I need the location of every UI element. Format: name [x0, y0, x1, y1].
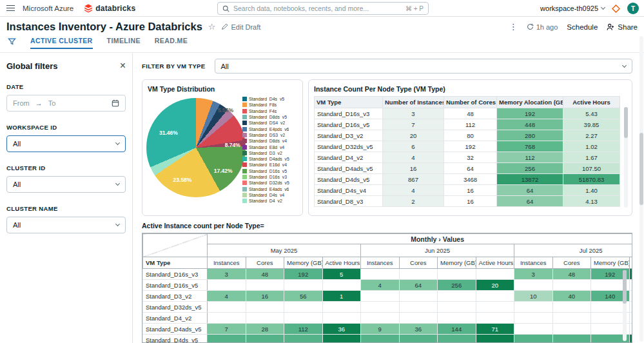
search-input[interactable]: Search data, notebooks, recents, and mor…: [217, 2, 429, 15]
legend-item[interactable]: Standard_D4s_v4: [242, 192, 299, 198]
table-row: Standard_D16s_v33481925.43: [315, 108, 620, 119]
date-to-placeholder: To: [48, 99, 56, 107]
monthly-table: Monthly › ValuesMay 2025Jun 2025Jul 2025…: [142, 233, 632, 343]
legend-item[interactable]: Standard_E8d_v4: [242, 144, 299, 150]
column-header[interactable]: VM Type: [315, 97, 383, 108]
pivot-header[interactable]: Monthly › Values: [208, 234, 633, 244]
legend-item[interactable]: Standard_F8s: [242, 102, 299, 108]
table-row: Standard_D8_v3216644.13: [315, 196, 620, 207]
edit-draft-button[interactable]: Edit Draft: [221, 23, 260, 31]
close-icon[interactable]: ×: [120, 61, 126, 71]
column-header[interactable]: Number of Cores: [444, 97, 497, 108]
legend-item[interactable]: Standard_D3_v2: [242, 150, 299, 156]
legend-item[interactable]: Standard_E4pds_v6: [242, 126, 299, 132]
arrow-right-icon: →: [35, 99, 43, 107]
legend-item[interactable]: Standard_D4s_v5: [242, 96, 299, 102]
month-header[interactable]: Jun 2025: [361, 244, 514, 257]
sub-column-header[interactable]: Memory (GB): [284, 257, 323, 269]
favorite-star-icon[interactable]: ☆: [208, 22, 216, 32]
pie-chart[interactable]: [146, 98, 246, 197]
column-header[interactable]: Active Hours: [563, 97, 620, 108]
legend-item[interactable]: Standard_D16s_v3: [242, 174, 299, 180]
scrollbar-thumb[interactable]: [639, 133, 643, 205]
vm-type-header[interactable]: VM Type: [143, 257, 208, 269]
legend-label: Standard_D4_v2: [249, 199, 282, 203]
date-range-input[interactable]: From → To: [6, 95, 126, 112]
scrollbar-thumb[interactable]: [624, 107, 628, 138]
upgrade-gem-icon[interactable]: [612, 5, 620, 13]
legend-item[interactable]: Standard_D4_v2: [242, 198, 299, 204]
legend-swatch: [242, 181, 247, 185]
legend-label: Standard_F8s: [249, 103, 277, 107]
tab-readme[interactable]: READ.ME: [155, 37, 188, 48]
sub-column-header[interactable]: Instances: [514, 257, 553, 269]
legend-label: Standard_E4pds_v6: [249, 127, 289, 132]
value-cell: 107.50: [563, 163, 620, 174]
sub-column-header[interactable]: Memory (GB): [591, 257, 630, 269]
workspace-id-value: All: [13, 140, 21, 148]
legend-item[interactable]: Standard_D8ds_v4: [242, 138, 299, 144]
sub-column-header[interactable]: Cores: [552, 257, 591, 269]
legend-item[interactable]: Standard_D16s_v5: [242, 168, 299, 174]
value-cell: 13872: [497, 174, 563, 185]
cluster-id-select[interactable]: All: [6, 176, 126, 193]
filter-funnel-icon[interactable]: [8, 37, 16, 46]
month-header[interactable]: May 2025: [208, 244, 361, 257]
vm-type-cell: Standard_D3_v2: [143, 291, 208, 302]
vm-type-cell: Standard_D16s_v3: [143, 269, 208, 280]
legend-item[interactable]: Standard_DS3_v2: [242, 132, 299, 138]
column-header[interactable]: Memory Alocation (GB): [497, 97, 563, 108]
calendar-icon[interactable]: [112, 99, 119, 107]
legend-item[interactable]: Standard_E4ads_v6: [242, 186, 299, 191]
schedule-button[interactable]: Schedule: [567, 23, 598, 31]
value-cell: 5.43: [563, 108, 620, 119]
azure-label[interactable]: Microsoft Azure: [23, 5, 73, 12]
share-button[interactable]: Share: [607, 23, 638, 31]
sub-column-header[interactable]: Instances: [361, 257, 400, 269]
cluster-name-select[interactable]: All: [6, 217, 126, 233]
value-cell: 3468: [444, 174, 497, 185]
page-title: Instances Inventory - Azure Databricks: [6, 21, 202, 33]
legend-item[interactable]: Standard_DS4_v2: [242, 120, 299, 126]
databricks-logo[interactable]: databricks: [84, 4, 135, 13]
column-header[interactable]: Number of Instances: [383, 97, 444, 108]
value-cell: 192: [497, 108, 563, 119]
value-cell: 192: [444, 141, 497, 152]
sub-column-header[interactable]: Cores: [246, 257, 284, 269]
value-cell: [629, 324, 632, 335]
legend-item[interactable]: Standard_D4ads_v5: [242, 156, 299, 162]
global-filters-title: Global filters: [6, 61, 57, 71]
sub-column-header[interactable]: Active Hours: [476, 257, 514, 269]
legend-item[interactable]: Standard_F4s: [242, 108, 299, 114]
legend-swatch: [242, 121, 247, 125]
sub-column-header[interactable]: Active Hours: [322, 257, 361, 269]
value-cell: [629, 335, 632, 343]
refresh-button[interactable]: 1h ago: [527, 23, 558, 31]
legend-item[interactable]: Standard_D32ds_v5: [242, 180, 299, 186]
tab-active-cluster[interactable]: ACTIVE CLUSTER: [30, 37, 93, 49]
value-cell: [476, 302, 514, 313]
sub-column-header[interactable]: Instances: [208, 257, 246, 269]
menu-icon[interactable]: [6, 5, 15, 12]
workspace-selector[interactable]: workspace-th0925: [540, 5, 605, 12]
tab-timeline[interactable]: TIMELINE: [107, 37, 141, 48]
chevron-down-icon: [115, 181, 120, 186]
legend-item[interactable]: Standard_D8ds_v5: [242, 114, 299, 120]
sub-column-header[interactable]: Memory (GB): [438, 257, 476, 269]
value-cell: [208, 313, 246, 324]
vm-type-cell: Standard_D8_v3: [315, 196, 383, 207]
workspace-id-select[interactable]: All: [6, 135, 126, 152]
vm-type-filter-select[interactable]: All: [215, 59, 633, 74]
value-cell: [208, 280, 246, 291]
value-cell: 3: [383, 108, 444, 119]
avatar[interactable]: T: [627, 3, 639, 14]
legend-swatch: [242, 193, 247, 197]
value-cell: [361, 291, 400, 302]
sub-column-header[interactable]: Cores: [399, 257, 438, 269]
kebab-menu-icon[interactable]: ⋮: [509, 22, 518, 32]
monthly-table-title: Active Instance count per Node Type=: [142, 222, 632, 230]
scrollbar-thumb[interactable]: [623, 270, 627, 304]
month-header[interactable]: Jul 2025: [514, 244, 633, 257]
legend-item[interactable]: Standard_E16d_v4: [242, 162, 299, 168]
sub-column-header[interactable]: Active Hours: [629, 257, 632, 269]
